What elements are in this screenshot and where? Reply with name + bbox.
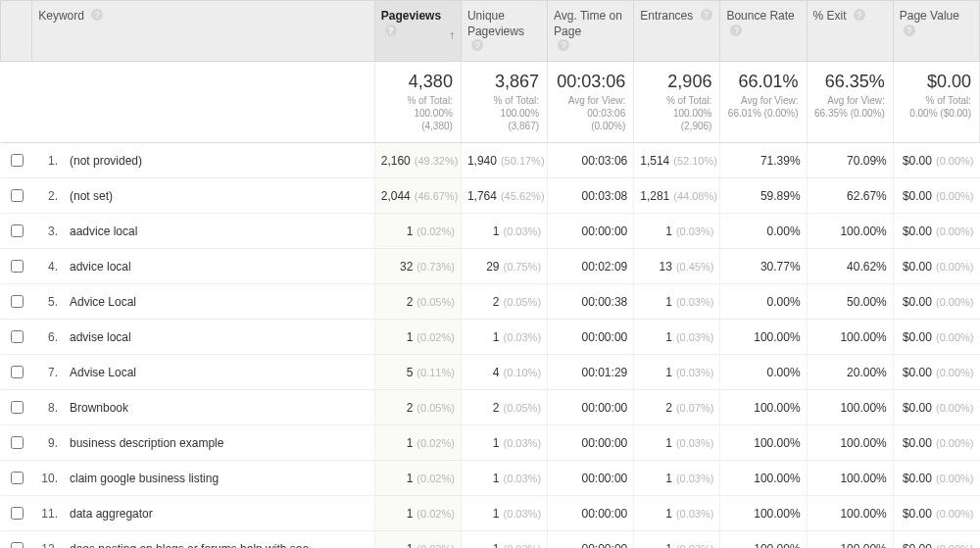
- help-icon[interactable]: ?: [730, 25, 742, 36]
- row-time: 00:02:09: [582, 260, 628, 274]
- table-row[interactable]: 4.advice local32(0.73%)29(0.75%)00:02:09…: [1, 249, 980, 284]
- help-icon[interactable]: ?: [701, 9, 712, 21]
- table-row[interactable]: 11.data aggregator1(0.02%)1(0.03%)00:00:…: [1, 496, 980, 531]
- header-unique-pageviews[interactable]: Unique Pageviews ?: [461, 1, 547, 62]
- row-keyword[interactable]: does posting on blogs or forums help wit…: [64, 531, 374, 548]
- row-unique: 1: [493, 436, 500, 450]
- table-row[interactable]: 3.aadvice local1(0.02%)1(0.03%)00:00:001…: [1, 214, 980, 249]
- help-icon[interactable]: ?: [91, 9, 103, 21]
- row-keyword[interactable]: (not set): [64, 178, 374, 214]
- row-keyword[interactable]: aadvice local: [64, 214, 374, 249]
- table-row[interactable]: 6.advise local1(0.02%)1(0.03%)00:00:001(…: [1, 320, 980, 355]
- row-value: $0.00: [903, 260, 932, 274]
- summary-entrances: 2,906: [640, 72, 711, 92]
- row-keyword[interactable]: (not provided): [64, 143, 374, 178]
- row-pageviews: 32: [400, 260, 413, 274]
- row-entrances: 1: [665, 224, 672, 238]
- row-time: 00:03:08: [582, 189, 628, 203]
- row-value: $0.00: [903, 295, 932, 309]
- row-checkbox[interactable]: [11, 154, 24, 167]
- row-pageviews: 2: [407, 401, 414, 415]
- row-keyword[interactable]: advise local: [64, 320, 374, 355]
- table-row[interactable]: 7.Advise Local5(0.11%)4(0.10%)00:01:291(…: [1, 355, 980, 390]
- row-checkbox[interactable]: [11, 401, 24, 414]
- row-pageviews: 2,044: [381, 189, 411, 203]
- row-value: $0.00: [903, 542, 932, 548]
- header-avg-time[interactable]: Avg. Time on Page ?: [548, 1, 634, 62]
- table-row[interactable]: 10.claim google business listing1(0.02%)…: [1, 461, 980, 496]
- header-page-value[interactable]: Page Value ?: [893, 1, 979, 62]
- row-bounce: 30.77%: [760, 260, 801, 274]
- row-bounce: 0.00%: [767, 366, 801, 379]
- help-icon[interactable]: ?: [854, 9, 865, 21]
- row-checkbox[interactable]: [11, 436, 24, 449]
- row-time: 00:00:00: [582, 507, 628, 521]
- row-exit: 20.00%: [847, 366, 887, 379]
- row-index: 7.: [32, 355, 64, 390]
- summary-bounce: 66.01%: [726, 72, 798, 92]
- header-bounce[interactable]: Bounce Rate ?: [720, 1, 807, 62]
- help-icon[interactable]: ?: [904, 25, 915, 36]
- summary-avgtime: 00:03:06: [554, 72, 625, 92]
- row-keyword[interactable]: Brownbook: [64, 390, 374, 425]
- row-value: $0.00: [903, 472, 932, 485]
- row-time: 00:00:00: [582, 542, 628, 548]
- table-row[interactable]: 8.Brownbook2(0.05%)2(0.05%)00:00:002(0.0…: [1, 390, 980, 425]
- table-row[interactable]: 1.(not provided)2,160(49.32%)1,940(50.17…: [1, 143, 980, 178]
- table-row[interactable]: 12.does posting on blogs or forums help …: [1, 531, 980, 548]
- row-checkbox[interactable]: [11, 366, 24, 378]
- row-entrances: 2: [665, 401, 672, 415]
- help-icon[interactable]: ?: [471, 39, 483, 51]
- table-row[interactable]: 5.Advice Local2(0.05%)2(0.05%)00:00:381(…: [1, 284, 980, 320]
- row-checkbox[interactable]: [11, 330, 24, 343]
- row-unique: 1,940: [467, 154, 497, 168]
- row-value: $0.00: [903, 189, 932, 203]
- row-checkbox[interactable]: [11, 542, 24, 548]
- row-time: 00:00:00: [582, 330, 628, 344]
- row-index: 10.: [32, 461, 64, 496]
- row-time: 00:00:00: [582, 472, 628, 485]
- help-icon[interactable]: ?: [558, 39, 569, 51]
- row-index: 9.: [32, 425, 64, 461]
- header-checkbox-col[interactable]: [1, 1, 32, 62]
- header-exit[interactable]: % Exit ?: [807, 1, 893, 62]
- table-row[interactable]: 9.business description example1(0.02%)1(…: [1, 425, 980, 461]
- row-checkbox[interactable]: [11, 224, 24, 237]
- row-pageviews: 1: [407, 542, 414, 548]
- row-exit: 62.67%: [847, 189, 887, 203]
- row-checkbox[interactable]: [11, 472, 24, 484]
- row-pageviews: 1: [407, 507, 414, 521]
- row-keyword[interactable]: business description example: [64, 425, 374, 461]
- row-keyword[interactable]: claim google business listing: [64, 461, 374, 496]
- summary-pageviews: 4,380: [381, 72, 453, 92]
- row-pageviews: 2: [407, 295, 414, 309]
- row-keyword[interactable]: advice local: [64, 249, 374, 284]
- row-keyword[interactable]: Advice Local: [64, 284, 374, 320]
- row-keyword[interactable]: Advise Local: [64, 355, 374, 390]
- row-entrances: 1: [665, 436, 672, 450]
- row-value: $0.00: [903, 507, 932, 521]
- help-icon[interactable]: ?: [385, 25, 397, 36]
- row-exit: 100.00%: [840, 472, 886, 485]
- row-checkbox[interactable]: [11, 260, 24, 273]
- row-bounce: 100.00%: [754, 507, 800, 521]
- row-checkbox[interactable]: [11, 189, 24, 202]
- row-time: 00:00:00: [582, 436, 628, 450]
- row-keyword[interactable]: data aggregator: [64, 496, 374, 531]
- row-bounce: 0.00%: [767, 224, 801, 238]
- row-checkbox[interactable]: [11, 507, 24, 520]
- row-unique: 1: [493, 472, 500, 485]
- summary-unique: 3,867: [467, 72, 539, 92]
- row-unique: 1: [493, 224, 500, 238]
- row-entrances: 1: [665, 542, 672, 548]
- row-bounce: 59.89%: [760, 189, 801, 203]
- row-entrances: 1: [665, 366, 672, 379]
- table-row[interactable]: 2.(not set)2,044(46.67%)1,764(45.62%)00:…: [1, 178, 980, 214]
- row-index: 4.: [32, 249, 64, 284]
- header-keyword[interactable]: Keyword ?: [32, 1, 374, 62]
- row-value: $0.00: [903, 224, 932, 238]
- row-checkbox[interactable]: [11, 295, 24, 308]
- header-entrances[interactable]: Entrances ?: [634, 1, 720, 62]
- row-unique: 1,764: [467, 189, 497, 203]
- header-pageviews[interactable]: Pageviews ? ↑: [374, 1, 461, 62]
